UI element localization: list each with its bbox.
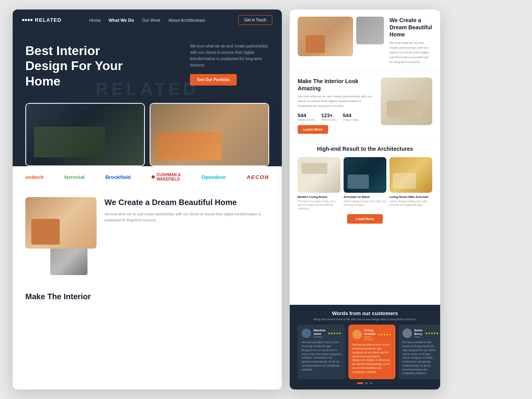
dot-1[interactable] [357, 382, 363, 384]
dream-title: We Create a Dream Beautiful Home [104, 197, 269, 207]
testimonial-card-1: Chany Cnazme Interior Designer We have p… [348, 325, 395, 379]
gallery-desc-0: Premium is a modern living room with an … [298, 200, 340, 210]
avatar-0 [302, 329, 311, 338]
brands-section: unitech ferrovial Brookfield CUSHMAN &WA… [13, 166, 282, 188]
room-dark-bg [26, 104, 144, 165]
hero-text-block: We love what we do and create partnershi… [190, 43, 269, 86]
gallery-img-2 [390, 157, 432, 193]
learn-more-button[interactable]: Learn More [298, 125, 328, 134]
test-stars-0 [328, 332, 341, 334]
gallery-item-0: Modern Living Room Premium is a modern l… [298, 157, 340, 210]
gallery-title-0: Modern Living Room [298, 195, 340, 199]
brand-opendoor: Opendoor [201, 174, 226, 180]
card-header-2: Baltar Berry Client [403, 329, 439, 338]
modern-lr-bg [298, 157, 340, 193]
r-make-content: Make The Interior Look Amazing We love w… [298, 78, 375, 134]
r-stats: 544 Happy Clients 123+ Testimonials 544 … [298, 112, 375, 121]
testimonials-cards: Mandisa Zokie Architect We have provided… [298, 325, 432, 379]
brand-ferrovial: ferrovial [64, 174, 84, 180]
navbar: RELATED Home What We Do Our Work About A… [13, 10, 282, 30]
get-in-touch-button[interactable]: Get in Touch [238, 15, 272, 25]
card-info-1: Chany Cnazme Interior Designer [364, 329, 376, 340]
avatar-1 [352, 330, 362, 339]
portfolio-button[interactable]: See Our Portfolio [190, 74, 237, 86]
avatar-2 [403, 329, 412, 338]
nav-right: Get in Touch [210, 15, 272, 25]
r-dream-content: We Create a Dream Beautiful Home We love… [390, 17, 432, 65]
gallery-img-0 [298, 157, 340, 193]
hero-image-orange [150, 103, 269, 166]
carousel-dots [298, 382, 432, 384]
r-make-desc: We love what we do and create partnershi… [298, 94, 375, 108]
hero-image-dark [25, 103, 145, 166]
hero-desc: We love what we do and create partnershi… [190, 43, 269, 68]
test-role-1: Interior Designer [364, 336, 376, 340]
card-info-2: Baltar Berry Client [414, 329, 423, 338]
test-text-0: We have provided a track record of drivi… [302, 340, 341, 371]
armchair-dark-bg [344, 157, 386, 193]
room-orange-bg [150, 104, 268, 165]
stat-testimonials: 123+ Testimonials [321, 112, 337, 121]
nav-our-work[interactable]: Our Work [142, 18, 160, 23]
hero-section: Best Interior Design For Your Home We lo… [13, 30, 282, 103]
r-dream-img-main [298, 17, 353, 56]
nav-what-we-do[interactable]: What We Do [108, 18, 134, 23]
r-make-interior: Make The Interior Look Amazing We love w… [290, 72, 440, 140]
brand-unitech: unitech [25, 174, 44, 180]
test-name-0: Mandisa Zokie [314, 329, 325, 336]
r-dream-title: We Create a Dream Beautiful Home [390, 17, 432, 38]
r-make-title: Make The Interior Look Amazing [298, 78, 375, 92]
gallery-desc-2: Interior design of living room with armc… [390, 200, 432, 207]
dot-3[interactable] [370, 382, 373, 384]
dream-home-images [25, 197, 97, 276]
test-name-1: Chany Cnazme [364, 329, 376, 336]
brand-cushman: CUSHMAN &WAKEFIELD [151, 173, 180, 181]
test-role-0: Architect [314, 336, 325, 338]
test-stars-1 [378, 333, 391, 336]
card-header-0: Mandisa Zokie Architect [302, 329, 341, 338]
dream-image-main [25, 197, 97, 249]
r-dream-home: We Create a Dream Beautiful Home We love… [290, 10, 440, 72]
r-dream-desc: We love what we do and create partnershi… [390, 41, 432, 65]
testimonials-section: Words from our customers Bring your drea… [290, 305, 440, 390]
gallery-img-1 [344, 157, 386, 193]
load-more-button[interactable]: Load More [347, 214, 383, 224]
gallery-title-1: Armchair on Black [344, 195, 386, 199]
brand-aecon: AECON [247, 174, 269, 180]
r-make-img [381, 78, 432, 125]
nav-links: Home What We Do Our Work About Architent… [85, 18, 210, 23]
testimonial-card-2: Baltar Berry Client We have provided a t… [399, 325, 440, 379]
r-gallery: Modern Living Room Premium is a modern l… [298, 157, 432, 210]
chair-warm-bg [298, 17, 353, 56]
gallery-item-2: Living Room With Armchair Interior desig… [390, 157, 432, 210]
r-highend-section: High-end Result to the Architectures Mod… [290, 140, 440, 305]
r-highend-title: High-end Result to the Architectures [298, 145, 432, 152]
make-interior-title: Make The Interior [25, 292, 269, 301]
card-header-1: Chany Cnazme Interior Designer [352, 329, 391, 340]
stat-happy-clients: 544 Happy Clients [298, 112, 315, 121]
dream-home-section: We Create a Dream Beautiful Home We love… [13, 188, 282, 286]
test-role-2: Client [414, 336, 423, 338]
dream-desc: We love what we do and create partnershi… [104, 211, 269, 223]
brand-brookfield: Brookfield [105, 174, 131, 180]
testimonial-card-0: Mandisa Zokie Architect We have provided… [298, 325, 345, 379]
gallery-item-1: Armchair on Black Interior design in dar… [344, 157, 386, 210]
chair-grey-bg [356, 17, 384, 44]
warm-room-bg [25, 197, 97, 249]
left-panel: RELATED Home What We Do Our Work About A… [13, 10, 282, 390]
test-name-2: Baltar Berry [414, 329, 423, 336]
test-text-1: We have provided a track record of drivi… [352, 343, 391, 374]
svg-point-0 [152, 175, 155, 179]
logo-icon [22, 19, 32, 21]
dream-content: We Create a Dream Beautiful Home We love… [104, 197, 269, 223]
make-interior-section: Make The Interior [13, 286, 282, 308]
r-dream-img-small [356, 17, 384, 44]
dot-2[interactable] [365, 382, 368, 384]
nav-home[interactable]: Home [89, 18, 101, 23]
stat-unique-style: 544 Unique Style [343, 112, 359, 121]
test-stars-2 [425, 332, 439, 334]
nav-about[interactable]: About Architentram [168, 18, 205, 23]
logo: RELATED [22, 17, 85, 23]
r-dream-images [298, 17, 384, 65]
testimonials-title: Words from our customers [298, 310, 432, 316]
